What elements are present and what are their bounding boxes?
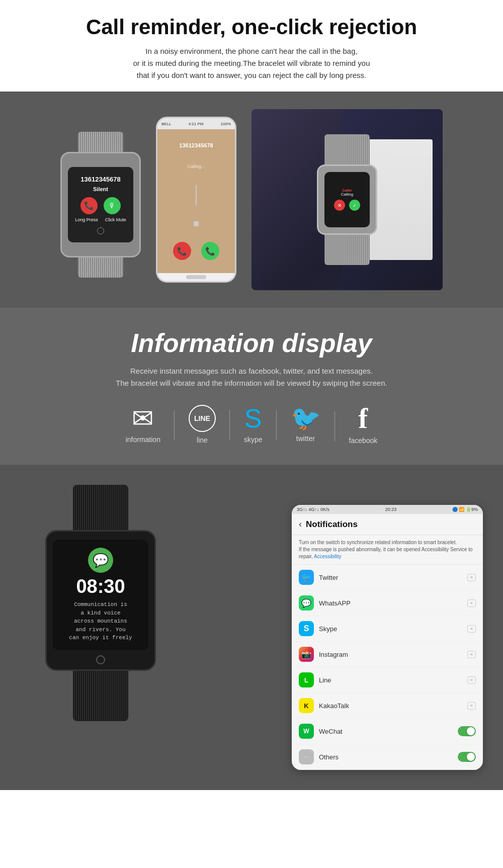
twitter-toggle[interactable]: ✕ [467,574,476,581]
skype-label: skype [244,436,263,444]
whatsapp-app-info: 💬 WhatsAPP [299,595,351,611]
phone-status-bar: BELL4:21 PM100% [157,118,235,129]
watch-mute-button[interactable]: 🎙 [104,197,121,214]
notifications-header: ‹ Notifications [292,514,483,535]
notif-row-instagram: 📸 Instagram ✕ [292,642,483,667]
twitter-icon: 🐦 [291,406,321,430]
facebook-icon: f [359,404,368,432]
notifications-section: 💬 08:30 Communication is a kind voice ac… [0,465,503,790]
line-icon: LINE [189,405,216,432]
info-display-section: Information display Receive instant mess… [0,308,503,465]
icon-item-line: LINE line [175,405,230,444]
icon-item-skype: S skype [230,405,277,444]
wechat-app-icon: W [299,724,314,739]
call-description: In a noisy environment, the phone can't … [30,45,473,81]
icon-item-information: ✉ information [112,405,175,444]
phone-reject-button[interactable]: 📞 [173,242,191,260]
black-watch: 💬 08:30 Communication is a kind voice ac… [45,530,156,671]
skype-app-icon: S [299,621,314,636]
kakaotalk-app-icon: K [299,698,314,713]
call-reminder-section: Call reminder, one-click rejection In a … [0,0,503,81]
others-app-icon: ⋯ [299,749,314,764]
twitter-label: twitter [296,435,315,443]
wrist-photo-area: Caller Calling ✕ ✓ [252,109,443,290]
icon-item-facebook: f facebook [335,404,392,445]
watch-message-text: Communication is a kind voice across mou… [69,600,132,642]
whatsapp-app-icon: 💬 [299,595,314,611]
black-watch-container: 💬 08:30 Communication is a kind voice ac… [20,485,181,721]
wechat-toggle[interactable] [458,726,476,736]
kakaotalk-toggle[interactable]: ✕ [467,702,476,710]
kakaotalk-app-info: K KakaoTalk [299,698,349,713]
line-toggle[interactable]: ✕ [467,676,476,684]
whatsapp-toggle[interactable]: ✕ [467,599,476,607]
instagram-app-info: 📸 Instagram [299,647,348,662]
line-app-name: Line [319,676,331,684]
info-title: Information display [30,328,473,358]
message-icon: 💬 [88,548,113,573]
others-app-name: Others [319,753,339,761]
notifications-description: Turn on the switch to synchronize relate… [292,535,483,565]
whatsapp-app-name: WhatsAPP [319,599,351,607]
information-label: information [126,436,160,444]
twitter-app-icon: 🐦 [299,570,314,585]
app-icons-row: ✉ information LINE line S skype 🐦 twitte… [30,404,473,445]
kakaotalk-app-name: KakaoTalk [319,702,349,710]
phone-screen: 13612345678 Calling... 📞 📞 [157,129,235,273]
twitter-app-name: Twitter [319,574,338,581]
wechat-app-name: WeChat [319,728,343,735]
line-label: line [197,436,208,444]
back-arrow-icon[interactable]: ‹ [299,519,302,530]
phone-home-indicator [186,275,206,279]
instagram-toggle[interactable]: ✕ [467,651,476,658]
phone-notifications-panel: 3G↑↓ 4G↑↓ 0K/s 20:23 🔵 📶 🔋9% ‹ Notificat… [292,505,483,770]
email-icon: ✉ [132,405,154,431]
line-app-icon: L [299,672,314,687]
notif-row-others: ⋯ Others [292,744,483,770]
instagram-app-name: Instagram [319,651,348,658]
notif-row-twitter: 🐦 Twitter ✕ [292,565,483,590]
watch-time: 08:30 [76,576,125,597]
accessibility-link[interactable]: Accessibility [314,554,341,559]
notif-row-kakaotalk: K KakaoTalk ✕ [292,693,483,719]
skype-toggle[interactable]: ✕ [467,625,476,633]
phone-call-status: Calling... [187,164,205,169]
wechat-app-info: W WeChat [299,724,343,739]
phone-mockup: BELL4:21 PM100% 13612345678 Calling... 📞… [156,117,236,283]
watch-home-button[interactable] [97,227,104,234]
phone-call-number: 13612345678 [179,142,213,148]
others-app-info: ⋯ Others [299,749,339,764]
icon-item-twitter: 🐦 twitter [277,406,335,443]
facebook-label: facebook [349,437,378,445]
others-toggle[interactable] [458,752,476,762]
instagram-app-icon: 📸 [299,647,314,662]
notif-row-whatsapp: 💬 WhatsAPP ✕ [292,590,483,616]
line-app-info: L Line [299,672,331,687]
notif-row-skype: S Skype ✕ [292,616,483,642]
watch-reject-button[interactable]: 📞 [80,197,98,214]
phone-status-bar-2: 3G↑↓ 4G↑↓ 0K/s 20:23 🔵 📶 🔋9% [292,505,483,514]
watch-mute-label: Click Mute [105,217,126,222]
watch-long-press-label: Long Press [75,217,98,222]
phone-answer-button[interactable]: 📞 [201,242,219,260]
skype-app-info: S Skype [299,621,337,636]
call-image-area: 13612345678 Silent 📞 🎙 Long Press Click … [0,92,503,308]
notif-row-line: L Line ✕ [292,667,483,693]
black-watch-home-button[interactable] [96,655,105,664]
watch-call-number: 13612345678 [80,176,121,183]
twitter-app-info: 🐦 Twitter [299,570,338,585]
black-watch-screen: 💬 08:30 Communication is a kind voice ac… [53,540,148,650]
skype-app-name: Skype [319,625,337,633]
call-title: Call reminder, one-click rejection [30,15,473,39]
notif-row-wechat: W WeChat [292,719,483,744]
skype-icon: S [244,405,262,431]
notifications-title: Notifications [306,519,358,530]
watch-silent-label: Silent [93,186,108,192]
info-description: Receive instant messages such as faceboo… [30,365,473,389]
